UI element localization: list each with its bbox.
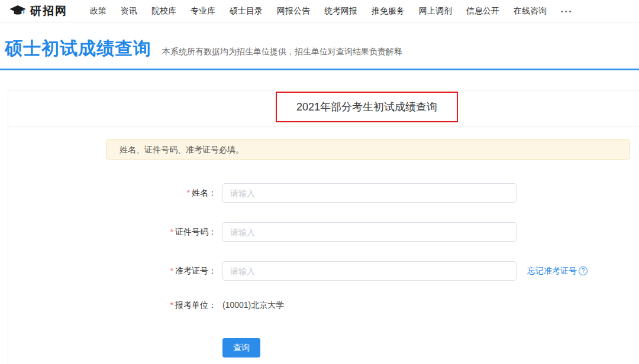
- graduation-cap-icon: [9, 5, 27, 18]
- admission-ticket-label: *准考证号：: [8, 266, 217, 277]
- query-button[interactable]: 查询: [222, 338, 260, 358]
- form-row-admission-ticket: *准考证号： 忘记准考证号?: [8, 261, 639, 281]
- page-subtitle: 本系统所有数据均为招生单位提供，招生单位对查询结果负责解释: [162, 47, 402, 57]
- nav-item-major-library[interactable]: 专业库: [183, 6, 222, 17]
- submit-row: 查询: [222, 338, 639, 358]
- nav-item-info-disclosure[interactable]: 信息公开: [459, 6, 506, 17]
- nav-item-report-notice[interactable]: 网报公告: [270, 6, 317, 17]
- nav-item-online-adjustment[interactable]: 网上调剂: [412, 6, 459, 17]
- card-title: 2021年部分考生初试成绩查询: [296, 100, 437, 114]
- logo-text: 研招网: [30, 4, 67, 19]
- required-asterisk: *: [170, 227, 173, 236]
- page-title: 硕士初试成绩查询: [5, 37, 151, 61]
- card-body: 姓名、证件号码、准考证号必填。 *姓名： *证件号码： *准考证号：: [8, 127, 639, 358]
- card-header: 2021年部分考生初试成绩查询: [8, 90, 639, 127]
- nav-item-online-consult[interactable]: 在线咨询: [506, 6, 554, 17]
- id-number-label: *证件号码：: [8, 227, 217, 238]
- nav-item-news[interactable]: 资讯: [114, 6, 144, 17]
- nav-item-master-catalog[interactable]: 硕士目录: [222, 6, 270, 17]
- nav-more-ellipsis-icon[interactable]: •••: [554, 8, 580, 15]
- name-label: *姓名：: [8, 188, 217, 199]
- main-nav: 政策 资讯 院校库 专业库 硕士目录 网报公告 统考网报 推免服务 网上调剂 信…: [83, 6, 580, 17]
- nav-item-exemption-service[interactable]: 推免服务: [364, 6, 412, 17]
- id-number-input[interactable]: [222, 222, 517, 242]
- site-logo[interactable]: 研招网: [9, 4, 67, 19]
- score-query-card: 2021年部分考生初试成绩查询 姓名、证件号码、准考证号必填。 *姓名： *证件…: [8, 90, 639, 364]
- form-row-institution: *报考单位： (10001)北京大学: [8, 300, 639, 311]
- nav-item-policy[interactable]: 政策: [83, 6, 114, 17]
- page-header: 硕士初试成绩查询 本系统所有数据均为招生单位提供，招生单位对查询结果负责解释: [0, 22, 639, 69]
- help-circle-icon: ?: [579, 266, 588, 275]
- form-row-id-number: *证件号码：: [8, 222, 639, 242]
- blue-divider: [0, 69, 639, 70]
- forgot-ticket-link[interactable]: 忘记准考证号?: [527, 266, 588, 277]
- institution-value: (10001)北京大学: [222, 300, 284, 311]
- form-row-name: *姓名：: [8, 183, 639, 203]
- nav-item-unified-exam-report[interactable]: 统考网报: [317, 6, 364, 17]
- nav-item-college-library[interactable]: 院校库: [144, 6, 183, 17]
- required-asterisk: *: [170, 266, 173, 275]
- red-annotation-box: 2021年部分考生初试成绩查询: [276, 92, 458, 122]
- top-nav-bar: 研招网 政策 资讯 院校库 专业库 硕士目录 网报公告 统考网报 推免服务 网上…: [0, 0, 639, 22]
- admission-ticket-input[interactable]: [222, 261, 517, 281]
- required-fields-notice: 姓名、证件号码、准考证号必填。: [106, 139, 630, 160]
- institution-label: *报考单位：: [8, 300, 217, 311]
- required-asterisk: *: [187, 188, 190, 197]
- name-input[interactable]: [222, 183, 517, 203]
- required-asterisk: *: [170, 300, 173, 310]
